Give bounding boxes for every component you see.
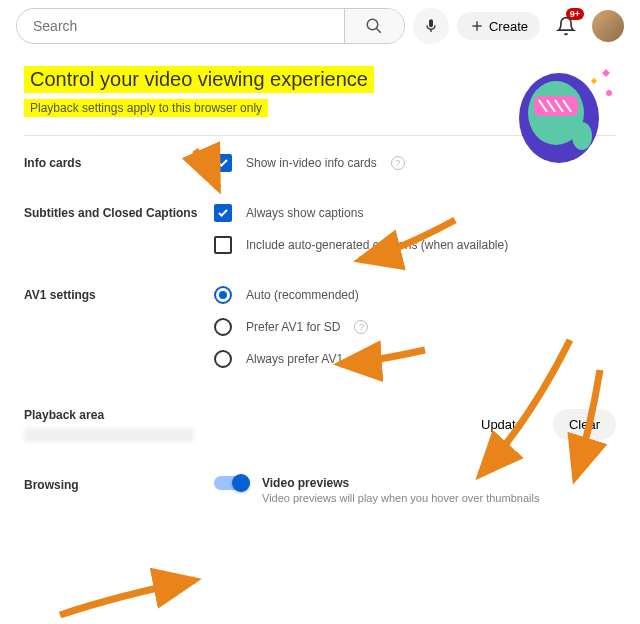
toggle-video-previews[interactable] (214, 476, 248, 490)
radio-av1-sd[interactable] (214, 318, 232, 336)
search-icon (365, 17, 383, 35)
page-title: Control your video viewing experience (24, 66, 374, 93)
notification-badge: 9+ (566, 8, 584, 20)
svg-line-1 (377, 28, 382, 33)
search-box (16, 8, 405, 44)
create-button[interactable]: Create (457, 12, 540, 40)
redacted-text (24, 428, 194, 442)
page-subtitle: Playback settings apply to this browser … (24, 99, 268, 117)
update-button[interactable]: Update (465, 409, 539, 440)
help-icon[interactable]: ? (391, 156, 405, 170)
section-label: Playback area (24, 406, 194, 422)
help-icon[interactable]: ? (354, 320, 368, 334)
svg-point-7 (606, 90, 612, 96)
toggle-title: Video previews (262, 476, 539, 490)
option-label: Prefer AV1 for SD (246, 320, 340, 334)
toggle-subtitle: Video previews will play when you hover … (262, 492, 539, 504)
notifications-button[interactable]: 9+ (548, 8, 584, 44)
radio-av1-auto[interactable] (214, 286, 232, 304)
section-av1: AV1 settings Auto (recommended) Prefer A… (24, 254, 616, 368)
hero: Control your video viewing experience Pl… (24, 62, 616, 117)
svg-point-0 (368, 19, 379, 30)
search-button[interactable] (344, 9, 404, 43)
help-icon[interactable]: ? (357, 352, 371, 366)
plus-icon (469, 18, 485, 34)
create-label: Create (489, 19, 528, 34)
avatar[interactable] (592, 10, 624, 42)
mic-icon (423, 18, 439, 34)
option-label: Always show captions (246, 206, 363, 220)
option-label: Auto (recommended) (246, 288, 359, 302)
clear-button[interactable]: Clear (553, 409, 616, 440)
option-label: Show in-video info cards (246, 156, 377, 170)
checkbox-info-cards[interactable] (214, 154, 232, 172)
voice-search-button[interactable] (413, 8, 449, 44)
search-input[interactable] (17, 18, 344, 34)
section-label: Browsing (24, 476, 214, 492)
section-label: Subtitles and Closed Captions (24, 204, 214, 220)
section-captions: Subtitles and Closed Captions Always sho… (24, 172, 616, 254)
header: Create 9+ (0, 0, 640, 52)
svg-point-8 (572, 122, 592, 150)
section-label: Info cards (24, 154, 214, 170)
svg-rect-6 (534, 96, 578, 116)
illustration (494, 48, 624, 168)
section-label: AV1 settings (24, 286, 214, 302)
option-label: Include auto-generated captions (when av… (246, 238, 508, 252)
option-label: Always prefer AV1 (246, 352, 343, 366)
checkbox-always-captions[interactable] (214, 204, 232, 222)
radio-av1-always[interactable] (214, 350, 232, 368)
section-browsing: Browsing Video previews Video previews w… (24, 442, 616, 504)
section-playback: Playback area Update Clear (24, 368, 616, 442)
checkbox-auto-captions[interactable] (214, 236, 232, 254)
